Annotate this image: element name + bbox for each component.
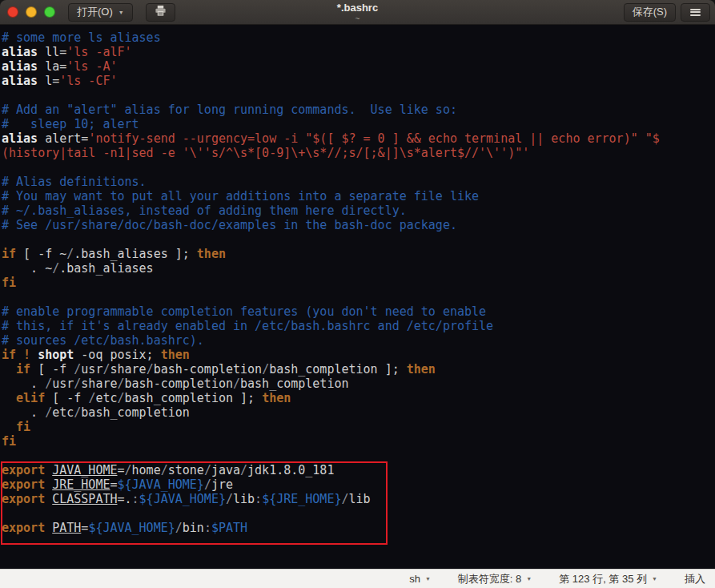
code-line: # sources /etc/bash.bashrc). [2, 333, 715, 348]
chevron-down-icon: ▼ [118, 10, 124, 15]
cursor-position-button[interactable]: 第 123 行, 第 35 列 ▼ [559, 572, 657, 586]
hamburger-icon [690, 9, 701, 16]
window-subtitle: ~ [337, 14, 378, 24]
save-button[interactable]: 保存(S) [624, 3, 676, 22]
code-line: # Add an "alert" alias for long running … [2, 103, 715, 117]
code-line: if [ -f ~/.bash_aliases ]; then [2, 247, 715, 261]
code-line: # enable programmable completion feature… [2, 304, 715, 319]
code-line: export PATH=${JAVA_HOME}/bin:$PATH [2, 521, 715, 535]
code-line [2, 88, 715, 103]
code-line: alias la='ls -A' [2, 59, 715, 74]
code-line: fi [2, 276, 715, 290]
title-box: *.bashrc ~ [337, 2, 378, 23]
code-line: # sleep 10; alert [2, 117, 715, 131]
code-line: export JAVA_HOME=/home/stone/java/jdk1.8… [2, 463, 715, 477]
code-line [2, 506, 715, 521]
code-line: fi [2, 434, 715, 449]
status-bar: sh ▼ 制表符宽度: 8 ▼ 第 123 行, 第 35 列 ▼ 插入 [0, 569, 715, 588]
insert-mode-label: 插入 [685, 572, 705, 586]
chevron-down-icon: ▼ [425, 576, 431, 582]
code-line: # some more ls aliases [2, 30, 715, 45]
code-line: alias l='ls -CF' [2, 74, 715, 88]
code-line: if ! shopt -oq posix; then [2, 348, 715, 362]
code-line: # this, if it's already enabled in /etc/… [2, 319, 715, 333]
print-button[interactable] [146, 3, 175, 22]
code-line: # You may want to put all your additions… [2, 189, 715, 203]
open-button-label: 打开(O) [77, 5, 113, 19]
language-selector[interactable]: sh ▼ [409, 573, 431, 585]
close-button[interactable] [7, 6, 18, 18]
window-controls [7, 6, 55, 18]
chevron-down-icon: ▼ [652, 576, 657, 582]
code-line [2, 232, 715, 247]
code-line: # ~/.bash_aliases, instead of adding the… [2, 203, 715, 218]
language-label: sh [409, 573, 420, 585]
code-line: alias alert='notify-send --urgency=low -… [2, 131, 715, 146]
code-line [2, 449, 715, 463]
code-line: alias ll='ls -alF' [2, 45, 715, 59]
code-line [2, 290, 715, 304]
editor-area[interactable]: # some more ls aliasesalias ll='ls -alF'… [0, 25, 715, 569]
maximize-button[interactable] [44, 6, 55, 18]
printer-icon [155, 5, 167, 19]
code-line: # See /usr/share/doc/bash-doc/examples i… [2, 218, 715, 232]
chevron-down-icon: ▼ [526, 576, 532, 582]
tab-width-label: 制表符宽度: 8 [458, 572, 521, 586]
code-line: . /etc/bash_completion [2, 405, 715, 420]
code-area: # some more ls aliasesalias ll='ls -alF'… [2, 30, 715, 535]
code-line: if [ -f /usr/share/bash-completion/bash_… [2, 362, 715, 377]
code-line: . ~/.bash_aliases [2, 261, 715, 276]
cursor-position-label: 第 123 行, 第 35 列 [559, 572, 647, 586]
code-line [2, 160, 715, 175]
code-line: elif [ -f /etc/bash_completion ]; then [2, 391, 715, 405]
code-line: export CLASSPATH=.:${JAVA_HOME}/lib:${JR… [2, 492, 715, 506]
open-button[interactable]: 打开(O) ▼ [68, 3, 133, 22]
tab-width-selector[interactable]: 制表符宽度: 8 ▼ [458, 572, 532, 586]
code-line: (history|tail -n1|sed -e '\''s/^\s*[0-9]… [2, 146, 715, 160]
insert-mode-indicator[interactable]: 插入 [685, 572, 705, 586]
gedit-window: 打开(O) ▼ *.bashrc ~ 保存(S) # some mo [0, 0, 715, 588]
menu-button[interactable] [681, 3, 710, 22]
minimize-button[interactable] [26, 6, 37, 18]
code-line: . /usr/share/bash-completion/bash_comple… [2, 377, 715, 391]
header-bar: 打开(O) ▼ *.bashrc ~ 保存(S) [0, 0, 715, 25]
code-line: fi [2, 420, 715, 434]
window-title: *.bashrc [337, 2, 378, 14]
code-line: # Alias definitions. [2, 175, 715, 189]
code-line: export JRE_HOME=${JAVA_HOME}/jre [2, 477, 715, 492]
